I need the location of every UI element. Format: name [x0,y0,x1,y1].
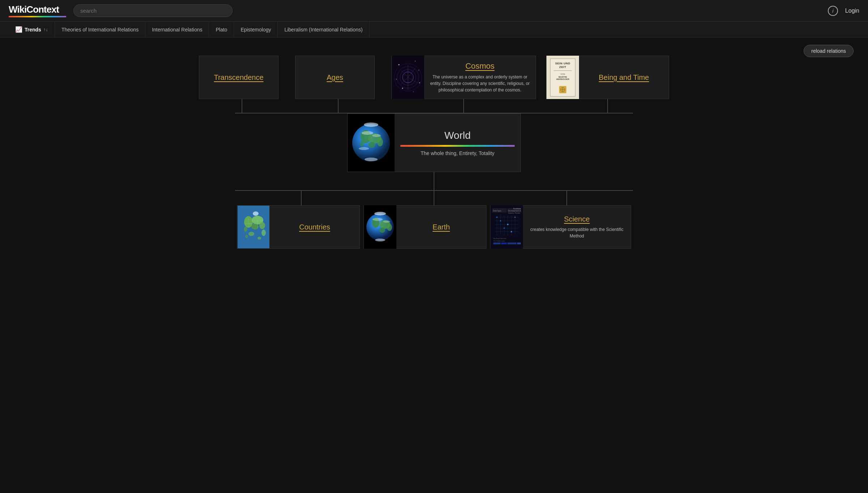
svg-point-59 [383,220,390,223]
transcendence-vline [242,99,242,113]
science-content: Science creates knowledge compatible wit… [523,211,631,244]
tab-liberalism[interactable]: Liberalism (International Relations) [278,22,369,37]
tab-epistemology[interactable]: Epistemology [234,22,278,37]
tab-theories-label: Theories of International Relations [61,27,139,33]
svg-text:13.77 billion years: 13.77 billion years [493,240,505,242]
svg-text:Dark Ages: Dark Ages [493,210,502,212]
being-and-time-title: Being and Time [583,73,664,82]
bottom-h-bar [235,190,633,191]
countries-vline-top [301,191,302,205]
svg-point-58 [373,218,383,221]
cosmos-group: Cosmos The universe as a complex and ord… [391,56,536,113]
svg-point-57 [387,224,392,231]
ages-group: Ages [295,56,381,113]
logo-underline [9,16,66,17]
svg-point-83 [514,217,515,218]
earth-image [364,205,396,249]
world-description: The whole thing, Entirety, Totality [421,150,494,156]
being-and-time-card[interactable]: SEIN UND ZEIT VON MARTIN HEIDEGGER Being… [546,56,669,99]
world-rainbow-bar [400,145,515,147]
svg-rect-90 [507,243,516,244]
search-bar[interactable] [73,4,233,17]
book-image: SEIN UND ZEIT VON MARTIN HEIDEGGER [546,56,579,99]
world-bottom-vline [434,172,434,190]
cosmos-description: The universe as a complex and orderly sy… [429,74,531,93]
svg-point-5 [399,64,400,65]
being-and-time-content: Being and Time [579,69,669,86]
svg-point-35 [364,123,378,127]
book-subtitle-text: VON [560,73,565,75]
svg-point-6 [415,61,416,61]
world-section: World The whole thing, Entirety, Totalit… [235,113,633,249]
bottom-cards-row: Countries [235,205,633,249]
svg-point-82 [507,224,509,225]
world-globe-image [348,114,395,172]
tab-intl-relations-label: International Relations [152,27,202,33]
svg-point-45 [253,211,259,216]
ages-card[interactable]: Ages [295,56,375,99]
svg-text:Accelerat: Accelerat [513,207,521,210]
trend-sort-icon: ↑↓ [43,27,48,32]
svg-point-56 [379,228,385,233]
tab-trends-label: Trends [25,27,41,33]
svg-rect-91 [517,243,521,244]
svg-point-84 [503,227,505,228]
svg-point-85 [511,231,512,232]
svg-text:Development of: Development of [508,210,521,212]
being-and-time-vline [607,99,608,113]
earth-card[interactable]: Earth [363,205,486,249]
tab-plato-label: Plato [216,27,227,33]
reload-relations-button[interactable]: reload relations [804,45,854,57]
svg-point-42 [244,227,247,232]
world-content: World The whole thing, Entirety, Totalit… [395,124,520,162]
ages-title: Ages [327,73,343,82]
search-input[interactable] [73,4,233,17]
svg-rect-88 [493,243,501,244]
svg-point-81 [500,220,501,221]
science-vline-top [566,191,567,205]
info-icon[interactable]: i [828,6,838,16]
ages-vline [338,99,339,113]
book-crest [559,86,566,93]
cosmos-title: Cosmos [429,61,531,71]
svg-point-61 [375,239,385,241]
login-button[interactable]: Login [845,8,859,14]
tab-intl-relations[interactable]: International Relations [145,22,209,37]
cosmos-card[interactable]: Cosmos The universe as a complex and ord… [391,56,536,99]
svg-point-9 [413,91,414,92]
tab-theories[interactable]: Theories of International Relations [55,22,145,37]
svg-point-80 [496,217,497,218]
cosmos-vline [463,99,464,113]
transcendence-card[interactable]: Transcendence [199,56,278,99]
tab-epistemology-label: Epistemology [241,27,271,33]
svg-point-31 [360,141,364,147]
trends-icon: 📈 [15,26,22,33]
svg-point-11 [419,82,420,83]
svg-point-34 [359,147,369,150]
world-card[interactable]: World The whole thing, Entirety, Totalit… [347,113,521,172]
svg-point-30 [377,138,383,146]
svg-point-29 [368,142,375,148]
svg-point-47 [245,235,248,238]
svg-point-46 [258,237,261,240]
countries-card[interactable]: Countries [237,205,360,249]
main-content: reload relations Transcendence Ages [0,38,868,263]
svg-point-60 [374,212,386,215]
book-cover-title: SEIN UND ZEIT [552,62,574,69]
cosmos-content: Cosmos The universe as a complex and ord… [424,57,536,98]
tab-plato[interactable]: Plato [209,22,234,37]
svg-point-10 [396,79,397,80]
science-card[interactable]: Dark Ages Development of Sciences, Perio… [490,205,631,249]
svg-text:Big Bang Expansion: Big Bang Expansion [493,237,506,239]
tab-trends[interactable]: 📈 Trends ↑↓ [9,22,55,37]
svg-text:Sciences, Periods..: Sciences, Periods.. [508,212,520,214]
svg-point-43 [261,230,266,236]
tab-liberalism-label: Liberalism (International Relations) [284,27,362,33]
earth-vline-top [434,191,434,205]
svg-point-8 [402,88,403,89]
science-image: Dark Ages Development of Sciences, Perio… [490,205,523,249]
earth-content: Earth [396,217,486,237]
countries-content: Countries [270,217,359,237]
top-h-bar [235,113,633,113]
logo: WikiContext [9,4,59,15]
